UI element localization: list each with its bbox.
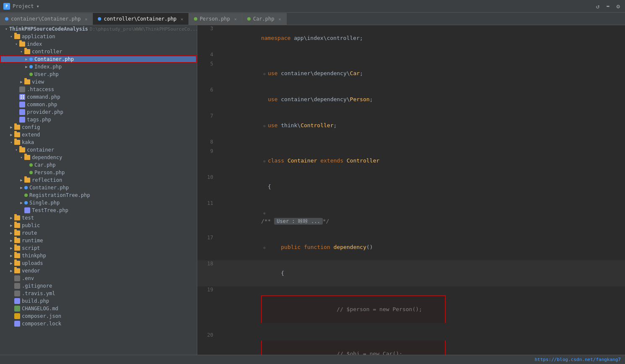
fold-icon-17[interactable]: ⊖ [261, 244, 268, 251]
sidebar-item-build-php[interactable]: build.php [0, 297, 197, 305]
config-label: config [22, 124, 40, 130]
code-line-8: 8 [197, 139, 625, 148]
sidebar-root[interactable]: ▾ ThinkPHPSourceCodeAnalysis D:\phpstudy… [0, 25, 197, 33]
sidebar-item-script[interactable]: ▶ script [0, 244, 197, 252]
sidebar-item-person-php[interactable]: Person.php [0, 169, 197, 176]
tab-close-person[interactable]: ✕ [234, 17, 237, 21]
sidebar-item-single-php[interactable]: ▶ Single.php [0, 199, 197, 207]
sidebar-item-test[interactable]: ▶ test [0, 214, 197, 222]
extend-folder-icon [14, 132, 20, 137]
tab-label-container: container\Container.php [11, 16, 81, 22]
view-label: view [32, 79, 44, 85]
sidebar-item-env[interactable]: .env [0, 275, 197, 282]
fold-icon-11[interactable]: ⊕ [261, 210, 268, 217]
sidebar-item-uploads[interactable]: ▶ uploads [0, 259, 197, 267]
htaccess-icon [19, 86, 25, 92]
env-icon [14, 275, 20, 281]
line-num-5: 5 [197, 60, 218, 86]
container-php-ctrl-arrow: ▶ [24, 56, 29, 62]
sidebar-item-changelog[interactable]: CHANGELOG.md [0, 305, 197, 312]
test-tree-label: TestTree.php [32, 207, 68, 213]
sidebar-item-reflection[interactable]: ▶ reflection [0, 176, 197, 184]
status-url[interactable]: https://blog.csdn.net/fangkang7 [535, 357, 621, 362]
sidebar-item-vendor[interactable]: ▶ vendor [0, 267, 197, 275]
fold-icon-9[interactable]: ⊖ [261, 158, 268, 165]
sidebar-item-extend[interactable]: ▶ extend [0, 131, 197, 139]
composer-lock-icon [14, 321, 20, 327]
runtime-arrow: ▶ [8, 238, 14, 244]
code-line-19: 19 // $person = new Person(); [197, 286, 625, 332]
sync-icon[interactable]: ⬌ [604, 2, 611, 10]
sidebar-item-registration-tree[interactable]: RegistrationTree.php [0, 191, 197, 199]
sidebar-item-index-php[interactable]: ▶ Index.php [0, 63, 197, 71]
index-label: index [27, 41, 42, 47]
kaka-arrow: ▾ [8, 139, 14, 145]
project-icon: P [3, 3, 10, 10]
container-php-ctrl-dot [29, 58, 33, 61]
command-php-icon [19, 94, 25, 100]
provider-php-label: provider.php [27, 109, 63, 115]
line-code-8 [218, 139, 625, 148]
application-label: application [22, 34, 55, 39]
sidebar-item-route[interactable]: ▶ route [0, 229, 197, 237]
sidebar-item-composer-json[interactable]: composer.json [0, 312, 197, 320]
tab-car-php[interactable]: Car.php ✕ [242, 13, 287, 25]
root-path: D:\phpstudy_pro\WWW\ThinkPHPSourceCo... [90, 26, 197, 32]
line-code-11: ⊕ /** User : 咔咔 ...*/ [218, 200, 625, 234]
sidebar-item-htaccess[interactable]: .htaccess [0, 86, 197, 93]
container-php-kaka-dot [24, 186, 28, 189]
title-dropdown-icon[interactable]: ▾ [37, 3, 39, 9]
refresh-icon[interactable]: ↺ [594, 2, 601, 10]
sidebar-item-user-php[interactable]: User.php [0, 71, 197, 78]
line-code-18: { [218, 260, 625, 286]
tags-php-icon [19, 117, 25, 123]
settings-icon[interactable]: ⚙ [615, 2, 622, 10]
container-kaka-icon [19, 147, 25, 152]
runtime-label: runtime [22, 238, 43, 244]
travis-icon [14, 291, 20, 296]
sidebar-item-config[interactable]: ▶ config [0, 123, 197, 131]
code-line-10: 10 { [197, 174, 625, 200]
tab-close-container[interactable]: ✕ [85, 17, 87, 21]
fold-icon-5[interactable]: ⊖ [261, 71, 268, 77]
sidebar-item-controller[interactable]: ▾ controller [0, 48, 197, 55]
sidebar-item-command-php[interactable]: command.php [0, 93, 197, 101]
tab-label-controller: controller\Container.php [104, 16, 176, 22]
sidebar-item-index[interactable]: ▾ index [0, 40, 197, 48]
sidebar-item-container-php-ctrl[interactable]: ▶ Container.php [0, 55, 197, 63]
single-php-dot [24, 201, 28, 204]
tab-person-php[interactable]: Person.php ✕ [189, 13, 242, 25]
sidebar-item-kaka[interactable]: ▾ kaka [0, 139, 197, 146]
uploads-arrow: ▶ [8, 260, 14, 266]
sidebar-item-runtime[interactable]: ▶ runtime [0, 237, 197, 244]
sidebar-item-view[interactable]: ▶ view [0, 78, 197, 86]
sidebar-item-car-php[interactable]: Car.php [0, 161, 197, 169]
sidebar-item-test-tree-php[interactable]: TestTree.php [0, 207, 197, 214]
sidebar-item-composer-lock[interactable]: composer.lock [0, 320, 197, 327]
tab-container-php[interactable]: container\Container.php ✕ [0, 13, 93, 25]
sidebar-item-dependency[interactable]: ▾ dependency [0, 154, 197, 161]
sidebar-item-tags-php[interactable]: tags.php [0, 116, 197, 123]
line-num-8: 8 [197, 139, 218, 148]
reg-tree-dot [24, 194, 28, 197]
sidebar-item-common-php[interactable]: common.php [0, 101, 197, 108]
index-php-arrow: ▶ [24, 64, 29, 70]
sidebar-item-provider-php[interactable]: provider.php [0, 108, 197, 116]
tab-close-car[interactable]: ✕ [278, 17, 281, 21]
tab-close-controller[interactable]: ✕ [181, 17, 183, 21]
tab-controller-container-php[interactable]: controller\Container.php ✕ [93, 13, 188, 25]
comment-collapsed-box: User : 咔咔 ... [274, 218, 322, 225]
sidebar-item-container-php-kaka[interactable]: ▶ Container.php [0, 184, 197, 191]
sidebar-item-gitignore[interactable]: .gitignore [0, 282, 197, 290]
index-arrow: ▾ [13, 41, 19, 47]
sidebar-item-travis[interactable]: .travis.yml [0, 290, 197, 297]
sidebar-item-public[interactable]: ▶ public [0, 222, 197, 229]
sidebar-item-application[interactable]: ▾ application [0, 33, 197, 40]
fold-icon-7[interactable]: ⊖ [261, 123, 268, 129]
kaka-folder-icon [14, 140, 20, 145]
sidebar-item-container-kaka[interactable]: ▾ container [0, 146, 197, 154]
sidebar-item-thinkphp[interactable]: ▶ thinkphp [0, 252, 197, 259]
build-php-icon [14, 298, 20, 304]
line-num-20: 20 [197, 332, 218, 355]
line-num-4: 4 [197, 51, 218, 60]
